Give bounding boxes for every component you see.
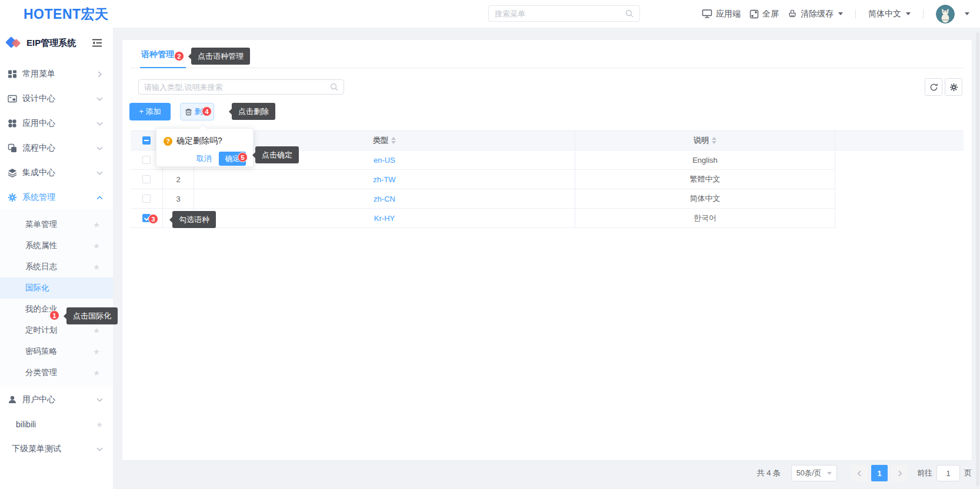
goto-label: 前往 — [917, 468, 932, 478]
star-icon[interactable]: ★ — [93, 220, 100, 229]
sidebar: EIP管理系统 常用菜单 设计中心 应用中心 — [0, 28, 114, 489]
system-management-submenu: 菜单管理★ 系统属性★ 系统日志★ 国际化 我的企业★ 定时计划★ — [0, 210, 113, 387]
fullscreen-button[interactable]: 全屏 — [749, 9, 779, 19]
clear-cache-button[interactable]: 清除缓存 — [788, 9, 843, 19]
star-icon[interactable]: ★ — [93, 242, 100, 250]
step-badge-1: 1 — [49, 310, 59, 320]
menu-search-box[interactable] — [488, 5, 640, 22]
broom-icon — [788, 9, 797, 19]
cancel-button[interactable]: 取消 — [196, 153, 212, 164]
table-search-input[interactable] — [144, 83, 330, 92]
sidebar-item-label: 设计中心 — [22, 93, 96, 104]
sort-icon[interactable] — [391, 137, 396, 144]
column-settings-button[interactable] — [945, 78, 962, 96]
apps-icon — [8, 119, 18, 128]
type-link[interactable]: en-US — [374, 156, 395, 165]
add-button[interactable]: + 添加 — [129, 103, 171, 120]
collapse-sidebar-icon[interactable] — [92, 39, 102, 47]
step-badge-5: 5 — [238, 152, 248, 162]
sidebar-header: EIP管理系统 — [0, 28, 113, 58]
prev-page-button[interactable] — [851, 465, 868, 481]
desc-column-header[interactable]: 说明 — [575, 131, 835, 150]
sort-icon[interactable] — [712, 137, 716, 144]
top-header: HOTENT宏天 应用端 全屏 — [0, 0, 980, 28]
monitor-icon — [702, 9, 712, 19]
menu-search-input[interactable] — [495, 9, 625, 18]
sidebar-subitem-menu-management[interactable]: 菜单管理★ — [0, 214, 113, 235]
header-divider — [855, 9, 856, 19]
sidebar-item-label: 常用菜单 — [22, 69, 96, 79]
row-desc: 简体中文 — [575, 189, 835, 208]
current-page-button[interactable]: 1 — [871, 465, 888, 481]
row-checkbox[interactable] — [142, 195, 151, 203]
star-icon[interactable]: ★ — [93, 347, 100, 356]
table-row[interactable]: 2 zh-TW 繁體中文 — [131, 170, 835, 189]
sidebar-subitem-password-policy[interactable]: 密码策略★ — [0, 341, 113, 362]
tab-language-management[interactable]: 语种管理 — [141, 40, 174, 68]
chevron-up-icon — [96, 195, 103, 201]
gear-icon — [949, 83, 958, 92]
company-logo: HOTENT宏天 — [24, 5, 109, 24]
chevron-down-icon — [96, 96, 103, 102]
sidebar-subitem-category-management[interactable]: 分类管理★ — [0, 362, 113, 383]
chevron-down-icon — [96, 397, 103, 403]
type-link[interactable]: zh-TW — [373, 175, 395, 184]
vertical-scrollbar[interactable] — [976, 32, 979, 486]
plus-icon: + — [139, 107, 145, 116]
app-root: HOTENT宏天 应用端 全屏 — [0, 0, 980, 489]
row-checkbox[interactable] — [142, 175, 151, 183]
star-icon[interactable]: ★ — [93, 326, 100, 335]
active-tab-underline — [140, 67, 186, 68]
sidebar-subitem-system-properties[interactable]: 系统属性★ — [0, 235, 113, 256]
subitem-label: 分类管理 — [25, 367, 57, 378]
sidebar-item-system-management[interactable]: 系统管理 — [0, 185, 113, 210]
sidebar-item-integration-center[interactable]: 集成中心 — [0, 160, 113, 185]
user-avatar[interactable] — [936, 5, 955, 24]
row-desc: 繁體中文 — [575, 170, 835, 189]
delete-step-tooltip: 点击删除 — [232, 103, 275, 120]
page-size-select[interactable]: 50条/页 — [791, 465, 837, 481]
header-divider — [923, 9, 924, 19]
popconfirm-arrow — [199, 124, 207, 132]
sidebar-item-common-menu[interactable]: 常用菜单 — [0, 62, 113, 86]
chevron-down-icon — [827, 472, 832, 475]
sidebar-item-user-center[interactable]: 用户中心 — [0, 387, 113, 412]
sidebar-item-submenu-test[interactable]: 下级菜单测试 — [0, 437, 113, 461]
search-icon — [625, 9, 634, 18]
table-row[interactable]: 4 Kr-HY 한국어 — [131, 209, 835, 228]
row-checkbox[interactable] — [142, 156, 151, 164]
sidebar-item-process-center[interactable]: 流程中心 — [0, 136, 113, 160]
next-page-button[interactable] — [891, 465, 908, 481]
select-all-checkbox[interactable] — [142, 136, 151, 145]
app-client-button[interactable]: 应用端 — [702, 9, 741, 19]
clear-cache-label: 清除缓存 — [801, 9, 834, 19]
page-size-value: 50条/页 — [796, 468, 821, 478]
confirm-step-tooltip: 点击确定 — [255, 146, 299, 163]
question-icon: ? — [164, 137, 172, 146]
column-label: 说明 — [694, 135, 709, 146]
type-link[interactable]: Kr-HY — [374, 214, 395, 223]
add-button-label: 添加 — [146, 107, 161, 116]
sidebar-item-bilibili[interactable]: bilibili ★ — [0, 412, 113, 437]
row-type-cell: Kr-HY — [194, 209, 575, 227]
star-icon[interactable]: ★ — [93, 369, 100, 377]
table-row[interactable]: 3 zh-CN 简体中文 — [131, 189, 835, 209]
fullscreen-label: 全屏 — [762, 9, 779, 19]
language-table: 类型 说明 1 en-US English 2 zh-TW 繁體中文 — [131, 130, 964, 228]
chevron-down-icon — [96, 170, 103, 176]
type-link[interactable]: zh-CN — [374, 195, 395, 203]
sidebar-subitem-internationalization[interactable]: 国际化 — [0, 277, 113, 299]
refresh-button[interactable] — [925, 78, 942, 96]
row-checkbox-cell — [131, 170, 163, 189]
goto-page-input[interactable] — [936, 465, 960, 481]
sidebar-item-design-center[interactable]: 设计中心 — [0, 86, 113, 111]
row-desc: English — [575, 150, 835, 169]
star-icon[interactable]: ★ — [93, 263, 100, 272]
sidebar-subitem-system-logs[interactable]: 系统日志★ — [0, 256, 113, 277]
sidebar-item-app-center[interactable]: 应用中心 — [0, 111, 113, 136]
language-select[interactable]: 简体中文 — [868, 9, 911, 19]
column-label: 类型 — [373, 135, 388, 146]
avatar-chevron-down-icon[interactable] — [965, 12, 969, 15]
table-search-box[interactable] — [138, 79, 344, 95]
star-icon[interactable]: ★ — [96, 420, 103, 429]
